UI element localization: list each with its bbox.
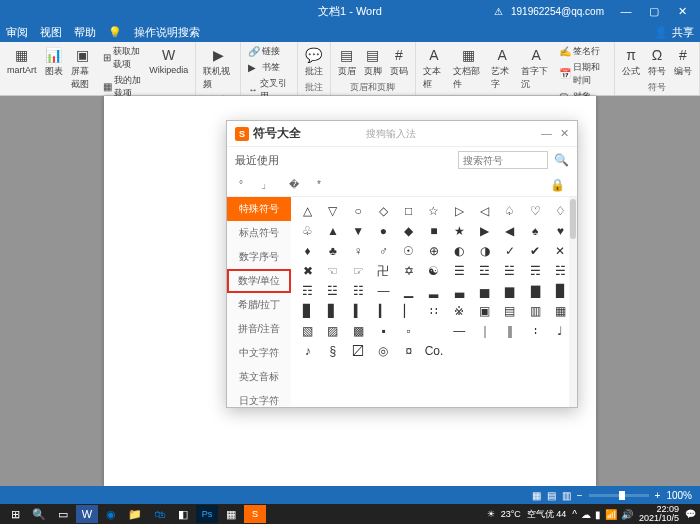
search-icon[interactable]: 🔍	[554, 153, 569, 167]
symbol-search-input[interactable]	[458, 151, 548, 169]
footer-button[interactable]: ▤页脚	[361, 44, 385, 80]
scrollbar-thumb[interactable]	[570, 199, 576, 239]
symbol-cell[interactable]: ▥	[522, 301, 547, 321]
symbol-cell[interactable]: ▇	[522, 281, 547, 301]
share-button[interactable]: 共享	[672, 25, 694, 40]
screenshot-button[interactable]: ▣屏幕截图	[68, 44, 98, 93]
symbol-cell[interactable]: ▲	[320, 221, 345, 241]
symbol-cell[interactable]: ♣	[320, 241, 345, 261]
symbol-cell[interactable]: ▃	[447, 281, 472, 301]
symbol-cell[interactable]: ♀	[346, 241, 371, 261]
symbol-cell[interactable]: ▫	[396, 321, 421, 341]
symbol-cell[interactable]: ▷	[447, 201, 472, 221]
symbol-cell[interactable]: Co.	[421, 341, 446, 361]
symbol-cell[interactable]: ▎	[371, 301, 396, 321]
dialog-close-button[interactable]: ✕	[560, 127, 569, 140]
taskbar-sogou[interactable]: S	[244, 505, 266, 523]
category-0[interactable]: 特殊符号	[227, 197, 291, 221]
zoom-out-button[interactable]: −	[577, 490, 583, 501]
symbol-cell[interactable]: △	[295, 201, 320, 221]
wordart-button[interactable]: A艺术字	[488, 44, 516, 93]
link-button[interactable]: 🔗链接	[245, 44, 293, 59]
chart-button[interactable]: 📊图表	[42, 44, 66, 80]
symbol-cell[interactable]: 卍	[371, 261, 396, 281]
view-print[interactable]: ▦	[532, 490, 541, 501]
symbol-cell[interactable]: ☰	[447, 261, 472, 281]
symbol-cell[interactable]: ◎	[371, 341, 396, 361]
symbol-cell[interactable]: ▶	[472, 221, 497, 241]
symbol-cell[interactable]: ▅	[472, 281, 497, 301]
get-addins-button[interactable]: ⊞获取加载项	[100, 44, 144, 72]
symbol-cell[interactable]: ▍	[346, 301, 371, 321]
symbol-cell[interactable]: □	[396, 201, 421, 221]
tray-cloud-icon[interactable]: ☁	[581, 509, 591, 520]
start-button[interactable]: ⊞	[4, 505, 26, 523]
symbol-cell[interactable]: ▼	[346, 221, 371, 241]
online-video-button[interactable]: ▶联机视频	[200, 44, 236, 93]
taskbar-store[interactable]: 🛍	[148, 505, 170, 523]
symbol-cell[interactable]: ☉	[396, 241, 421, 261]
symbol-cell[interactable]: ☴	[522, 261, 547, 281]
symbol-cell[interactable]: ♧	[295, 221, 320, 241]
recent-symbol[interactable]: �	[289, 179, 299, 190]
recent-symbol[interactable]: °	[239, 179, 243, 190]
air-quality[interactable]: 空气优 44	[527, 508, 567, 521]
symbol-cell[interactable]: ▂	[421, 281, 446, 301]
symbol-cell[interactable]: ✡	[396, 261, 421, 281]
view-read[interactable]: ▤	[547, 490, 556, 501]
comment-button[interactable]: 💬批注	[302, 44, 326, 80]
symbol-cell[interactable]: ▏	[396, 301, 421, 321]
restore-button[interactable]: ▢	[640, 0, 668, 22]
weather-icon[interactable]: ☀	[487, 509, 495, 519]
bookmark-button[interactable]: ▶书签	[245, 60, 293, 75]
symbol-cell[interactable]: ✖	[295, 261, 320, 281]
symbol-cell[interactable]: ◁	[472, 201, 497, 221]
taskview-button[interactable]: ▭	[52, 505, 74, 523]
symbol-cell[interactable]: ▁	[396, 281, 421, 301]
symbol-cell[interactable]: ☷	[346, 281, 371, 301]
category-3[interactable]: 数学/单位	[227, 269, 291, 293]
number-button[interactable]: #编号	[671, 44, 695, 80]
symbol-cell[interactable]: ♂	[371, 241, 396, 261]
symbol-cell[interactable]: ☯	[421, 261, 446, 281]
symbol-cell[interactable]: —	[447, 321, 472, 341]
symbol-cell[interactable]: ♪	[295, 341, 320, 361]
clock-date[interactable]: 2021/10/5	[639, 514, 679, 523]
symbol-cell[interactable]: ●	[371, 221, 396, 241]
scrollbar[interactable]	[569, 197, 577, 407]
taskbar-explorer[interactable]: 📁	[124, 505, 146, 523]
symbol-cell[interactable]: ▽	[320, 201, 345, 221]
symbol-cell[interactable]: ▤	[497, 301, 522, 321]
category-6[interactable]: 中文字符	[227, 341, 291, 365]
symbol-cell[interactable]: ▆	[497, 281, 522, 301]
datetime-button[interactable]: 📅日期和时间	[556, 60, 610, 88]
taskbar-edge[interactable]: ◉	[100, 505, 122, 523]
tray-icons[interactable]: ^ ☁ ▮ 📶 🔊	[572, 509, 633, 520]
symbol-cell[interactable]: ★	[447, 221, 472, 241]
symbol-cell[interactable]: ◇	[371, 201, 396, 221]
tray-action-icon[interactable]: ▮	[595, 509, 601, 520]
category-4[interactable]: 希腊/拉丁	[227, 293, 291, 317]
symbol-cell[interactable]: ▣	[472, 301, 497, 321]
tray-up-icon[interactable]: ^	[572, 509, 577, 520]
wikipedia-button[interactable]: WWikipedia	[146, 44, 191, 77]
warning-icon[interactable]: ⚠	[494, 6, 503, 17]
symbol-cell[interactable]: ▧	[295, 321, 320, 341]
symbol-cell[interactable]: ⊕	[421, 241, 446, 261]
symbol-cell[interactable]: ▋	[320, 301, 345, 321]
equation-button[interactable]: π公式	[619, 44, 643, 80]
symbol-cell[interactable]: §	[320, 341, 345, 361]
notifications-button[interactable]: 💬	[685, 509, 696, 519]
symbol-cell[interactable]: ♤	[497, 201, 522, 221]
smartart-button[interactable]: ▦martArt	[4, 44, 40, 77]
dialog-titlebar[interactable]: S 符号大全 搜狗输入法 — ✕	[227, 121, 577, 147]
recent-symbol[interactable]: *	[317, 179, 321, 190]
dialog-minimize-button[interactable]: —	[541, 127, 552, 140]
symbol-cell[interactable]: ♠	[522, 221, 547, 241]
category-5[interactable]: 拼音/注音	[227, 317, 291, 341]
symbol-cell[interactable]: ☜	[320, 261, 345, 281]
symbol-cell[interactable]: ♦	[295, 241, 320, 261]
category-2[interactable]: 数字序号	[227, 245, 291, 269]
symbol-cell[interactable]: ✓	[497, 241, 522, 261]
recent-symbol[interactable]: 」	[261, 178, 271, 192]
